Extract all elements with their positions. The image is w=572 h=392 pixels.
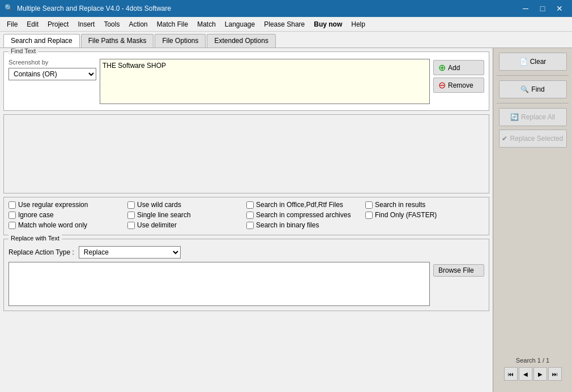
remove-button[interactable]: ⊖ Remove [433, 77, 484, 93]
maximize-button[interactable]: □ [535, 1, 550, 16]
clear-button[interactable]: 📄 Clear [499, 53, 567, 71]
cb-single-line-label: Single line search [137, 211, 191, 219]
cb-use-regex-label: Use regular expression [18, 201, 88, 209]
cb-search-compressed-label: Search in compressed archives [256, 211, 351, 219]
action-type-dropdown[interactable]: Replace Insert Before Insert After Delet… [79, 246, 181, 259]
cb-delimiter[interactable]: Use delimiter [127, 221, 246, 229]
nav-buttons: ⏮ ◀ ▶ ⏭ [504, 367, 562, 381]
tab-extended-options[interactable]: Extended Options [207, 34, 275, 48]
menu-bar: File Edit Project Insert Tools Action Ma… [0, 17, 572, 32]
menu-edit[interactable]: Edit [22, 19, 43, 29]
cb-find-only-input[interactable] [365, 212, 373, 219]
nav-next-button[interactable]: ▶ [533, 367, 547, 381]
checkbox-row: Use regular expression Ignore case Match… [8, 201, 484, 229]
menu-please-share[interactable]: Please Share [259, 19, 309, 29]
dropdown-label: Screenshot by [8, 59, 96, 66]
nav-first-button[interactable]: ⏮ [504, 367, 518, 381]
add-label: Add [448, 64, 460, 72]
find-icon: 🔍 [520, 85, 529, 93]
cb-delimiter-input[interactable] [127, 222, 135, 229]
tab-file-options[interactable]: File Options [155, 34, 206, 48]
cb-search-binary-input[interactable] [246, 222, 254, 229]
replace-textarea[interactable] [8, 262, 430, 306]
clear-icon: 📄 [519, 58, 528, 66]
nav-first-icon: ⏮ [508, 371, 514, 377]
left-content: Find Text Screenshot by Contains (OR) Co… [0, 48, 493, 392]
separator-1 [497, 75, 569, 76]
nav-prev-icon: ◀ [523, 371, 528, 377]
results-area [3, 114, 489, 193]
minimize-button[interactable]: ─ [518, 1, 533, 16]
cb-use-regex[interactable]: Use regular expression [8, 201, 127, 209]
cb-search-results-label: Search in results [375, 201, 425, 209]
find-button[interactable]: 🔍 Find [499, 80, 567, 98]
checkbox-col-1: Use regular expression Ignore case Match… [8, 201, 127, 229]
cb-ignore-case-input[interactable] [8, 212, 16, 219]
cb-search-office-label: Search in Office,Pdf,Rtf Files [256, 201, 343, 209]
nav-prev-button[interactable]: ◀ [519, 367, 532, 381]
checkbox-col-2: Use wild cards Single line search Use de… [127, 201, 246, 229]
cb-whole-word-input[interactable] [8, 222, 16, 229]
menu-language[interactable]: Language [220, 19, 259, 29]
add-button[interactable]: ⊕ Add [433, 60, 484, 75]
menu-match-file[interactable]: Match File [152, 19, 193, 29]
menu-help[interactable]: Help [347, 19, 370, 29]
action-type-row: Replace Action Type : Replace Insert Bef… [8, 246, 484, 259]
cb-search-binary-label: Search in binary files [256, 221, 319, 229]
replace-selected-icon: ✔ [502, 135, 507, 143]
browse-file-button[interactable]: Browse File [433, 264, 484, 277]
replace-all-icon: 🔄 [510, 113, 519, 121]
replace-group-title: Replace with Text [8, 235, 62, 242]
cb-find-only-label: Find Only (FASTER) [375, 211, 437, 219]
tab-search-replace[interactable]: Search and Replace [3, 34, 80, 48]
tab-file-paths-masks[interactable]: File Paths & Masks [81, 34, 154, 48]
remove-label: Remove [448, 81, 473, 89]
cb-search-compressed-input[interactable] [246, 212, 254, 219]
cb-search-office[interactable]: Search in Office,Pdf,Rtf Files [246, 201, 365, 209]
nav-last-button[interactable]: ⏭ [548, 367, 562, 381]
cb-wild-cards-input[interactable] [127, 201, 135, 209]
menu-action[interactable]: Action [124, 19, 152, 29]
browse-file-label: Browse File [438, 266, 474, 274]
contains-dropdown[interactable]: Contains (OR) Contains (AND) Exact Match… [8, 68, 96, 80]
menu-buy-now[interactable]: Buy now [309, 19, 347, 29]
nav-next-icon: ▶ [538, 371, 543, 377]
cb-search-compressed[interactable]: Search in compressed archives [246, 211, 365, 219]
nav-last-icon: ⏭ [552, 371, 558, 377]
cb-delimiter-label: Use delimiter [137, 221, 177, 229]
cb-single-line[interactable]: Single line search [127, 211, 246, 219]
window-title: Multiple Search and Replace V4.0 - 4dots… [17, 5, 518, 12]
menu-match[interactable]: Match [193, 19, 220, 29]
replace-selected-label: Replace Selected [510, 135, 563, 143]
find-text-row: Screenshot by Contains (OR) Contains (AN… [8, 59, 484, 106]
cb-ignore-case[interactable]: Ignore case [8, 211, 127, 219]
checkbox-col-3: Search in Office,Pdf,Rtf Files Search in… [246, 201, 365, 229]
cb-wild-cards-label: Use wild cards [137, 201, 181, 209]
cb-wild-cards[interactable]: Use wild cards [127, 201, 246, 209]
cb-search-results-input[interactable] [365, 201, 373, 209]
cb-search-binary[interactable]: Search in binary files [246, 221, 365, 229]
cb-whole-word-label: Match whole word only [18, 221, 87, 229]
remove-icon: ⊖ [438, 80, 446, 91]
cb-search-results[interactable]: Search in results [365, 201, 484, 209]
find-label: Find [531, 85, 544, 93]
tabs-row: Search and Replace File Paths & Masks Fi… [0, 32, 572, 48]
close-button[interactable]: ✕ [552, 1, 567, 16]
menu-insert[interactable]: Insert [73, 19, 99, 29]
replace-all-button[interactable]: 🔄 Replace All [499, 108, 567, 126]
search-label: Search 1 / 1 [516, 357, 549, 364]
add-remove-col: ⊕ Add ⊖ Remove [433, 59, 484, 93]
cb-whole-word[interactable]: Match whole word only [8, 221, 127, 229]
cb-use-regex-input[interactable] [8, 201, 16, 209]
cb-find-only[interactable]: Find Only (FASTER) [365, 211, 484, 219]
menu-tools[interactable]: Tools [99, 19, 124, 29]
cb-single-line-input[interactable] [127, 212, 135, 219]
menu-project[interactable]: Project [43, 19, 73, 29]
replace-selected-button[interactable]: ✔ Replace Selected [499, 130, 567, 148]
clear-label: Clear [530, 58, 547, 66]
app-icon: 🔍 [5, 4, 14, 13]
menu-file[interactable]: File [2, 19, 22, 29]
cb-search-office-input[interactable] [246, 201, 254, 209]
right-panel: 📄 Clear 🔍 Find 🔄 Replace All ✔ Replace S… [493, 48, 572, 392]
find-textarea[interactable]: THE Software SHOP [100, 59, 430, 104]
